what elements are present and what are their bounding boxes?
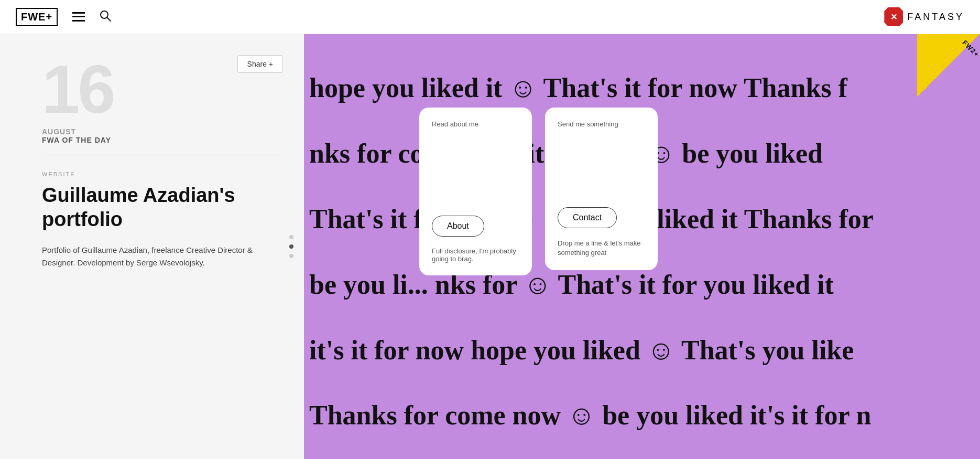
fwe-corner-badge: FW2+ bbox=[917, 34, 980, 97]
about-card: Read about me About Full disclosure, I'm… bbox=[419, 108, 532, 275]
purple-background: hope you liked it ☺ That's it for now Th… bbox=[304, 34, 980, 459]
site-title: Guillaume Azadian's portfolio bbox=[42, 184, 283, 231]
dot-1[interactable] bbox=[289, 235, 293, 239]
header-left: FWE+ bbox=[16, 8, 111, 26]
contact-card-title: Send me something bbox=[558, 120, 645, 128]
site-header: FWE+ ✕ FANTASY bbox=[0, 0, 980, 34]
about-button[interactable]: About bbox=[432, 216, 484, 237]
main-content: Share + 16 AUGUST FWA OF THE DAY WEBSITE… bbox=[0, 34, 980, 459]
right-panel: hope you liked it ☺ That's it for now Th… bbox=[304, 34, 980, 459]
fantasy-logo[interactable]: ✕ FANTASY bbox=[884, 7, 964, 26]
website-label: WEBSITE bbox=[42, 171, 283, 177]
left-panel: Share + 16 AUGUST FWA OF THE DAY WEBSITE… bbox=[0, 34, 304, 459]
about-card-title: Read about me bbox=[432, 120, 519, 128]
contact-card: Send me something Contact Drop me a line… bbox=[545, 108, 658, 270]
about-card-subtitle: Full disclosure, I'm probably going to b… bbox=[432, 247, 519, 263]
fwe-badge-text: FW2+ bbox=[961, 38, 980, 58]
date-number: 16 bbox=[42, 55, 283, 123]
dot-navigation bbox=[289, 235, 293, 258]
fwa-day-label: FWA OF THE DAY bbox=[42, 136, 283, 144]
hamburger-menu-icon[interactable] bbox=[70, 10, 87, 24]
divider bbox=[42, 155, 283, 155]
dot-3[interactable] bbox=[289, 254, 293, 258]
contact-card-subtitle: Drop me a line & let's make something gr… bbox=[558, 239, 645, 258]
fantasy-label: FANTASY bbox=[907, 12, 964, 23]
header-right: ✕ FANTASY bbox=[884, 7, 964, 26]
fantasy-x-icon: ✕ bbox=[884, 7, 903, 26]
date-month: AUGUST bbox=[42, 127, 283, 136]
site-description: Portfolio of Guillaume Azadian, freelanc… bbox=[42, 244, 283, 269]
svg-line-1 bbox=[107, 17, 111, 21]
dot-2[interactable] bbox=[289, 244, 293, 249]
fwe-logo[interactable]: FWE+ bbox=[16, 8, 58, 26]
contact-button[interactable]: Contact bbox=[558, 207, 617, 228]
search-icon[interactable] bbox=[100, 10, 111, 24]
